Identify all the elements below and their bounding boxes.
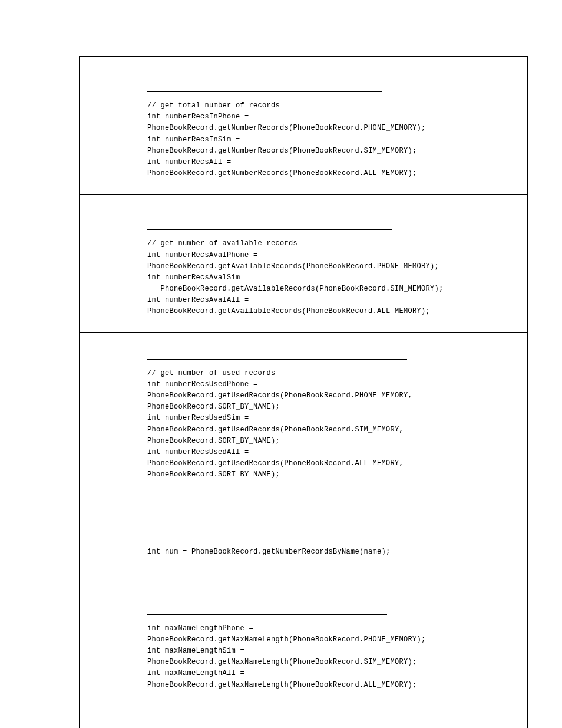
code-cell: Code Sample 10 getNumberRecordsByName() … [80, 496, 527, 579]
code-block: int num = PhoneBookRecord.getNumberRecor… [147, 546, 515, 558]
code-block: // get number of available records int n… [147, 238, 515, 317]
cell-heading: Code Sample 10 getNumberRecordsByName() … [147, 518, 411, 538]
code-block: int maxNameLengthPhone = PhoneBookRecord… [147, 623, 515, 691]
code-cell: Code Sample 12 getMaxTelNoLength() on th… [80, 706, 527, 728]
code-cell: Code Sample 11 getMaxNameLength() on the… [80, 579, 527, 706]
code-cell: Code Sample 7 getNumberRecords() on the … [80, 57, 527, 195]
cell-heading: Code Sample 8 getAvailableRecords() on t… [147, 209, 392, 230]
page: Code Sample 7 getNumberRecords() on the … [0, 0, 562, 728]
cell-heading: Code Sample 11 getMaxNameLength() on the… [147, 594, 387, 615]
code-table: Code Sample 7 getNumberRecords() on the … [79, 56, 528, 728]
cell-heading: Code Sample 9 getUsedRecords() on the Ph… [147, 348, 407, 360]
cell-heading: Code Sample 7 getNumberRecords() on the … [147, 71, 382, 92]
code-block: // get number of used records int number… [147, 368, 515, 481]
cell-heading: Code Sample 12 getMaxTelNoLength() on th… [147, 721, 389, 728]
code-cell: Code Sample 8 getAvailableRecords() on t… [80, 195, 527, 332]
code-cell: Code Sample 9 getUsedRecords() on the Ph… [80, 333, 527, 496]
code-block: // get total number of records int numbe… [147, 100, 515, 179]
